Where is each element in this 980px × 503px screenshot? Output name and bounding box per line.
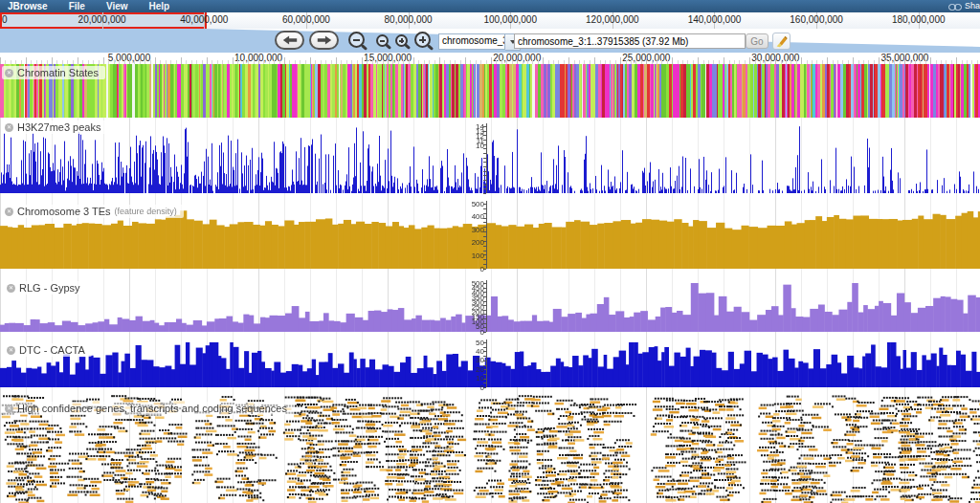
close-track-icon[interactable] [5,405,13,413]
axis-label: 0 [480,266,484,273]
menu-bar: JBrowse FileViewHelp Share [0,0,980,12]
axis-label: 40 [476,348,484,355]
location-input[interactable] [514,33,746,49]
track-label-text: Chromosome 3 TEs [17,206,111,217]
axis-label: 10 [476,142,484,149]
app-logo[interactable]: JBrowse [8,0,48,12]
overview-tick-label: 160,000,000 [790,14,843,25]
menu-help[interactable]: Help [149,0,170,12]
share-button[interactable]: Share [948,0,980,12]
axis-label: 30 [476,357,484,363]
track-label-text: High confidence genes, transcripts and c… [17,403,287,414]
track-label-suffix: (feature density) [115,207,177,216]
overview-ruler[interactable]: 020,000,00040,000,00060,000,00080,000,00… [0,12,980,30]
zoom-out-large-button[interactable] [348,32,365,48]
track-label-text: Chromatin States [17,67,99,78]
overview-tick-label: 80,000,000 [385,14,433,25]
chromosome-select-value: chromosome_3 [438,33,505,50]
axis-label: 50 [476,339,484,346]
axis-label: 200 [472,239,484,246]
overview-tick-label: 140,000,000 [688,14,742,25]
track-label-text: DTC - CACTA [19,344,85,356]
arrow-left-icon [281,34,299,46]
track-label-text: RLG - Gypsy [19,282,80,294]
share-label: Share [965,0,980,12]
axis-label: 500 [472,201,484,208]
link-icon [948,3,962,11]
axis-label: 20 [476,366,484,373]
overview-tick-label: 40,000,000 [180,14,228,25]
menu-file[interactable]: File [69,0,85,12]
magnifier-minus-icon [376,34,389,47]
axis-label: 10 [476,375,484,382]
axis-label: 0 [480,329,484,336]
close-track-icon[interactable] [5,208,13,216]
highlighter-icon [775,35,788,48]
close-track-icon[interactable] [5,123,13,132]
track-label-tes[interactable]: Chromosome 3 TEs (feature density) [2,205,184,218]
axis-label: 300 [472,227,484,233]
menu: FileViewHelp [69,0,170,12]
zoom-out-small-button[interactable] [376,34,389,47]
track-label-chromatin-states[interactable]: Chromatin States [2,66,105,79]
magnifier-plus-icon [395,34,408,47]
axis-label: 400 [472,213,484,220]
close-track-icon[interactable] [7,284,15,293]
magnifier-minus-icon [348,32,365,48]
axis-label: 0 [480,384,484,391]
overview-tick-label: 180,000,000 [892,14,946,25]
close-track-icon[interactable] [7,346,15,355]
zoom-in-large-button[interactable] [414,32,431,48]
track-label-dtc-cacta[interactable]: DTC - CACTA [4,343,92,357]
nav-controls: chromosome_3 Go [0,31,980,52]
pan-right-button[interactable] [309,31,339,50]
track-label-rlg-gypsy[interactable]: RLG - Gypsy [4,281,87,295]
track-label-h3k27me3[interactable]: H3K27me3 peaks [2,120,107,134]
overview-tick-label: 20,000,000 [78,14,126,25]
pan-left-button[interactable] [275,31,304,50]
track-label-genes[interactable]: High confidence genes, transcripts and c… [2,402,294,415]
highlight-tool-button[interactable] [772,33,791,50]
axis-label: 100 [472,252,484,259]
overview-tick-label: 120,000,000 [586,14,639,25]
jbrowse-app: JBrowse FileViewHelp Share 020,000,00040… [0,0,980,503]
arrow-right-icon [316,34,333,46]
zoom-in-small-button[interactable] [395,34,408,47]
navigation-bar: chromosome_3 Go [0,29,980,53]
tracks-canvas[interactable] [0,53,980,503]
magnifier-plus-icon [414,32,431,48]
close-track-icon[interactable] [5,69,13,77]
overview-tick-label: 60,000,000 [282,14,330,25]
go-button[interactable]: Go [746,33,768,49]
overview-tick-label: 0 [2,14,8,25]
overview-tick-label: 100,000,000 [483,14,537,25]
menu-view[interactable]: View [106,0,128,12]
chromosome-select[interactable]: chromosome_3 [438,33,521,49]
track-label-text: H3K27me3 peaks [17,121,100,133]
